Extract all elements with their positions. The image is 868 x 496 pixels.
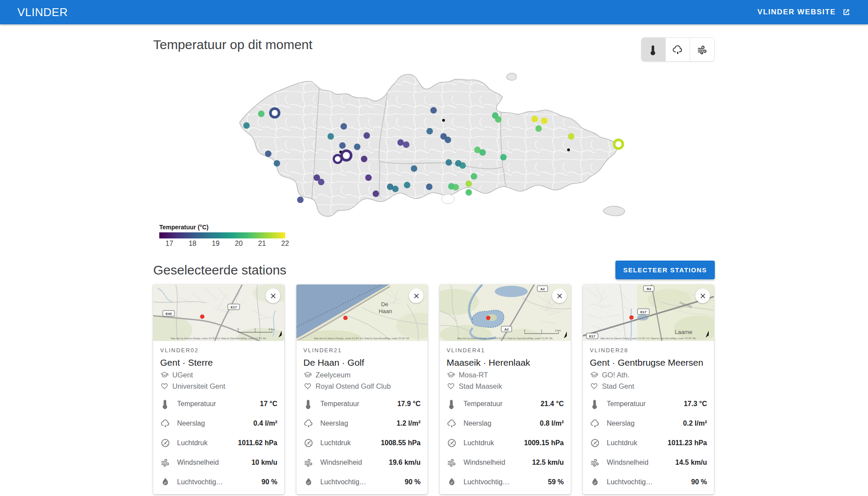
station-sponsor: Stad Maaseik	[459, 382, 502, 390]
remove-station-button[interactable]	[695, 288, 710, 303]
map-station-dot[interactable]	[365, 175, 372, 181]
flanders-map	[234, 70, 631, 220]
map-station-dot[interactable]	[426, 184, 433, 190]
rain-cloud-icon	[303, 418, 314, 429]
map-island-southeast	[603, 206, 625, 216]
station-cards: E40 E17 0 1 2 km Map tiles by Stamen De	[153, 284, 715, 494]
map-station-dot[interactable]	[466, 181, 472, 187]
map-station-dot[interactable]	[460, 162, 466, 169]
map-station-dot[interactable]	[495, 116, 502, 123]
map-station-dot[interactable]	[354, 144, 361, 150]
close-icon	[556, 292, 563, 300]
map-attribution: Map tiles by Stamen Design, under CC BY …	[600, 337, 697, 340]
station-map-thumbnail: De Haan Map tiles by Stamen Design, unde…	[296, 284, 427, 341]
map-station-dot[interactable]	[392, 186, 399, 192]
map-station-dot[interactable]	[536, 126, 542, 132]
metric-row-precipitation: Neerslag 0.8 l/m²	[447, 413, 564, 433]
map-station-dot[interactable]	[411, 165, 418, 172]
map-station-dot[interactable]	[445, 137, 451, 143]
map-station-dot[interactable]	[297, 197, 304, 203]
metric-row-temperature: Temperatuur 17.3 °C	[590, 394, 707, 413]
select-stations-button[interactable]: SELECTEER STATIONS	[615, 261, 715, 279]
temperature-toggle[interactable]	[641, 38, 666, 61]
map-selected-station-ring[interactable]	[614, 140, 623, 149]
map-station-dot[interactable]	[243, 122, 250, 129]
metric-row-pressure: Luchtdruk 1008.55 hPa	[303, 433, 421, 453]
minimap-gent-sterre: E40 E17 0 1 2 km Map tiles by Stamen De	[153, 284, 284, 341]
map-station-dot[interactable]	[431, 107, 437, 114]
station-name: Maaseik · Herenlaak	[447, 357, 564, 368]
map-station-dot[interactable]	[532, 116, 538, 122]
humidity-icon	[447, 477, 457, 487]
map-attribution: Map tiles by Stamen Design, under CC BY …	[314, 337, 410, 340]
station-card-vlinder28: Heirweg R4 E17 E17 Laarne	[583, 284, 714, 494]
map-station-dot[interactable]	[427, 128, 433, 135]
map-station-dot[interactable]	[373, 191, 379, 197]
humidity-icon	[303, 477, 314, 487]
map-station-dot[interactable]	[265, 151, 272, 157]
remove-station-button[interactable]	[409, 288, 424, 303]
map-station-dot[interactable]	[328, 133, 334, 140]
wind-toggle[interactable]	[690, 38, 714, 61]
road-shield-a2-bottom: A2	[501, 326, 512, 332]
map-station-dot[interactable]	[471, 173, 477, 180]
map-selected-station-ring[interactable]	[270, 109, 279, 117]
metric-row-pressure: Luchtdruk 1009.15 hPa	[447, 433, 564, 453]
humidity-value: 90 %	[262, 478, 277, 486]
metric-row-humidity: Luchtvochtig… 59 %	[447, 472, 564, 492]
precipitation-toggle[interactable]	[666, 38, 690, 61]
road-shield-e40: E40	[163, 311, 174, 316]
pressure-value: 1011.23 hPa	[667, 439, 707, 447]
station-sponsor: Stad Gent	[602, 382, 634, 390]
map-station-small-dot[interactable]	[567, 149, 570, 151]
remove-station-button[interactable]	[266, 288, 280, 303]
map-station-dot[interactable]	[403, 142, 410, 148]
metric-row-precipitation: Neerslag 0.2 l/m²	[590, 413, 707, 433]
metric-row-temperature: Temperatuur 17 °C	[160, 394, 277, 413]
website-link[interactable]: VLINDER WEBSITE	[757, 7, 852, 17]
remove-station-button[interactable]	[552, 288, 567, 303]
map-station-dot[interactable]	[364, 132, 370, 139]
temperature-value: 17.9 °C	[397, 400, 421, 408]
map-selected-station-ring[interactable]	[334, 155, 342, 163]
map-station-dot[interactable]	[480, 149, 486, 156]
metric-row-temperature: Temperatuur 17.9 °C	[303, 394, 421, 413]
map-station-dot[interactable]	[361, 156, 368, 162]
sponsor-heart-icon	[160, 382, 169, 390]
flanders-map-container	[234, 70, 631, 220]
metric-row-pressure: Luchtdruk 1011.62 hPa	[160, 433, 277, 453]
temperature-value: 21.4 °C	[540, 400, 564, 408]
map-station-dot[interactable]	[318, 179, 325, 185]
road-shield-e17-corner: E17	[586, 333, 598, 339]
close-icon	[699, 292, 707, 300]
station-card-vlinder02: E40 E17 0 1 2 km Map tiles by Stamen De	[153, 284, 284, 494]
thermometer-icon	[160, 399, 171, 409]
map-station-dot[interactable]	[341, 123, 347, 130]
map-station-dot[interactable]	[500, 154, 507, 161]
map-attribution: Map tiles by Stamen Design, under CC BY …	[171, 337, 267, 340]
map-station-dot[interactable]	[339, 142, 346, 149]
map-station-dot[interactable]	[466, 189, 472, 196]
school-icon	[590, 370, 598, 379]
metric-row-wind: Windsnelheid 12.5 km/u	[447, 453, 564, 472]
map-station-dot[interactable]	[453, 184, 459, 191]
map-station-dot[interactable]	[568, 133, 575, 140]
school-icon	[160, 370, 169, 379]
rain-cloud-icon	[590, 418, 600, 429]
stations-section-title: Geselecteerde stations	[153, 263, 286, 278]
map-station-dot[interactable]	[404, 182, 411, 188]
map-station-small-dot[interactable]	[442, 119, 445, 122]
wind-icon	[160, 457, 171, 468]
legend-tick: 17	[165, 240, 173, 248]
rain-cloud-icon	[447, 418, 457, 429]
temperature-value: 17 °C	[260, 400, 277, 408]
map-station-dot[interactable]	[541, 118, 548, 124]
map-station-dot[interactable]	[258, 111, 265, 117]
metric-row-humidity: Luchtvochtig… 90 %	[590, 472, 707, 492]
map-station-dot[interactable]	[274, 160, 280, 167]
map-selected-station-ring[interactable]	[342, 151, 351, 160]
map-station-dot[interactable]	[398, 139, 404, 146]
map-station-dot[interactable]	[446, 159, 452, 166]
legend-title: Temperatuur (°C)	[159, 224, 286, 231]
station-school: Mosa-RT	[459, 371, 488, 379]
